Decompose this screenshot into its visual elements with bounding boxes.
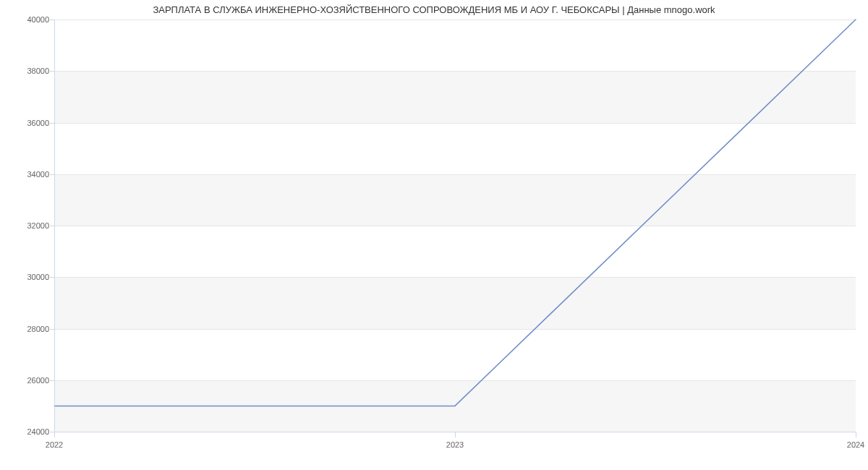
y-tick-label: 32000 — [27, 221, 49, 230]
y-tick-label: 38000 — [27, 67, 49, 75]
plot-area — [54, 20, 856, 432]
y-axis-line — [54, 20, 55, 432]
y-tick-label: 28000 — [27, 325, 49, 333]
y-tick-label: 24000 — [27, 427, 49, 436]
y-tick-label: 30000 — [27, 273, 49, 281]
series-line — [54, 20, 856, 406]
y-tick-label: 26000 — [27, 376, 49, 385]
y-tick-mark — [50, 174, 54, 175]
y-tick-label: 36000 — [27, 119, 49, 127]
x-tick-label: 2022 — [46, 440, 63, 449]
line-chart: ЗАРПЛАТА В СЛУЖБА ИНЖЕНЕРНО-ХОЗЯЙСТВЕННО… — [0, 0, 868, 470]
x-tick-label: 2023 — [446, 440, 464, 449]
y-tick-label: 34000 — [27, 170, 49, 179]
x-tick-mark — [856, 432, 856, 437]
x-tick-label: 2024 — [847, 440, 864, 449]
y-tick-mark — [50, 226, 54, 226]
x-tick-mark — [54, 432, 55, 437]
x-tick-mark — [455, 432, 456, 437]
y-tick-mark — [50, 71, 54, 72]
chart-title: ЗАРПЛАТА В СЛУЖБА ИНЖЕНЕРНО-ХОЗЯЙСТВЕННО… — [0, 4, 868, 15]
y-tick-mark — [50, 123, 54, 124]
y-tick-mark — [50, 277, 54, 278]
y-tick-mark — [50, 329, 54, 330]
y-tick-label: 40000 — [27, 15, 49, 24]
series-layer — [54, 20, 856, 432]
y-tick-mark — [50, 380, 54, 381]
y-tick-mark — [50, 20, 54, 20]
